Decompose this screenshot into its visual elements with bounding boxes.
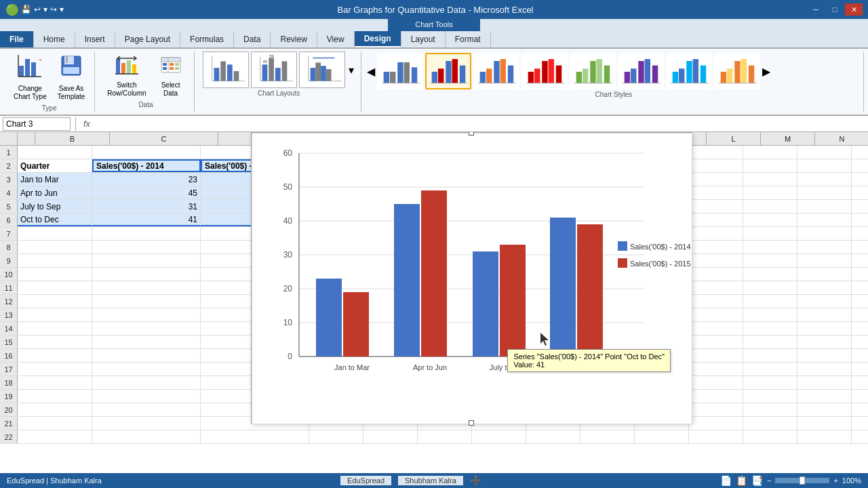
cell[interactable] — [92, 146, 201, 159]
cell[interactable] — [18, 295, 92, 308]
chart-container[interactable]: 60 50 40 30 20 10 0 Jan to Mar Apr — [251, 132, 692, 424]
sheet-tab-eduspread[interactable]: EduSpread — [340, 476, 391, 485]
close-btn[interactable]: ✕ — [845, 3, 863, 16]
cell[interactable] — [689, 349, 743, 362]
cell[interactable] — [92, 390, 201, 403]
formula-input[interactable] — [96, 117, 865, 131]
cell[interactable] — [743, 268, 797, 281]
cell-b2[interactable]: Quarter — [18, 159, 92, 172]
change-chart-type-btn[interactable]: ↔ ChangeChart Type — [9, 52, 51, 103]
bar-2015-jul[interactable] — [500, 245, 526, 357]
cell-c3[interactable]: 23 — [92, 173, 201, 186]
cell[interactable] — [18, 376, 92, 389]
tab-file[interactable]: File — [0, 31, 34, 47]
cell[interactable] — [743, 146, 797, 159]
redo-quick[interactable]: ↪ — [50, 5, 57, 14]
cell-b4[interactable]: Apr to Jun — [18, 186, 92, 199]
cell-b3[interactable]: Jan to Mar — [18, 173, 92, 186]
cell[interactable] — [689, 336, 743, 348]
cell[interactable] — [743, 322, 797, 335]
bar-2014-jan[interactable] — [316, 279, 342, 357]
cell[interactable] — [797, 403, 852, 416]
cell[interactable] — [18, 336, 92, 348]
cell[interactable] — [309, 430, 363, 443]
cell[interactable] — [743, 403, 797, 416]
tab-design[interactable]: Design — [355, 31, 401, 47]
cell[interactable] — [743, 376, 797, 389]
chart-style-5[interactable] — [570, 53, 616, 89]
minimize-btn[interactable]: ─ — [807, 3, 825, 16]
cell[interactable] — [526, 430, 580, 443]
tab-format[interactable]: Format — [446, 31, 491, 47]
bar-chart[interactable]: 60 50 40 30 20 10 0 Jan to Mar Apr — [252, 133, 692, 424]
cell[interactable] — [18, 390, 92, 403]
cell[interactable] — [743, 336, 797, 348]
cell[interactable] — [689, 186, 743, 199]
cell[interactable] — [689, 254, 743, 267]
cell[interactable] — [689, 241, 743, 253]
bar-2014-jul[interactable] — [473, 251, 498, 357]
col-header-l[interactable]: L — [707, 132, 761, 145]
tab-view[interactable]: View — [317, 31, 355, 47]
undo-quick[interactable]: ↩ — [34, 5, 41, 14]
cell-c4[interactable]: 45 — [92, 186, 201, 199]
cell[interactable] — [689, 173, 743, 186]
chart-layout-3[interactable] — [299, 52, 345, 88]
cell[interactable] — [689, 214, 743, 226]
cell[interactable] — [18, 281, 92, 294]
bar-2015-jan[interactable] — [343, 292, 369, 357]
cell[interactable] — [797, 336, 852, 348]
cell[interactable] — [92, 254, 201, 267]
page-break-btn[interactable]: 📑 — [751, 475, 763, 486]
cell[interactable] — [92, 281, 201, 294]
chart-style-6[interactable] — [618, 53, 664, 89]
chart-style-7[interactable] — [666, 53, 712, 89]
cell[interactable] — [743, 214, 797, 226]
cell[interactable] — [743, 186, 797, 199]
chart-layout-1[interactable] — [203, 52, 249, 88]
cell[interactable] — [18, 363, 92, 375]
cell[interactable] — [743, 363, 797, 375]
col-header-c[interactable]: C — [110, 132, 218, 145]
col-header-row[interactable] — [18, 132, 35, 145]
quick-access[interactable]: 💾 ↩ ▾ ↪ ▾ — [21, 5, 64, 14]
cell[interactable] — [18, 227, 92, 240]
cell[interactable] — [797, 241, 852, 253]
cell[interactable] — [689, 295, 743, 308]
cell[interactable] — [689, 322, 743, 335]
cell[interactable] — [18, 146, 92, 159]
cell[interactable] — [743, 417, 797, 430]
cell[interactable] — [743, 159, 797, 172]
cell[interactable] — [797, 159, 852, 172]
cell[interactable] — [689, 363, 743, 375]
maximize-btn[interactable]: □ — [826, 3, 844, 16]
chart-style-8[interactable] — [714, 53, 760, 89]
zoom-in-btn[interactable]: + — [833, 476, 837, 485]
col-header-m[interactable]: M — [761, 132, 815, 145]
tab-review[interactable]: Review — [271, 31, 317, 47]
tab-insert[interactable]: Insert — [75, 31, 115, 47]
switch-row-col-btn[interactable]: SwitchRow/Column — [103, 52, 150, 100]
cell[interactable] — [92, 430, 201, 443]
cell[interactable] — [635, 430, 689, 443]
bar-2014-apr[interactable] — [394, 204, 420, 357]
cell[interactable] — [201, 430, 309, 443]
sheet-tab-shubham[interactable]: Shubham Kalra — [398, 476, 463, 485]
chart-style-3[interactable] — [473, 53, 519, 89]
cell[interactable] — [797, 376, 852, 389]
chart-style-1[interactable] — [377, 53, 423, 89]
cell[interactable] — [92, 268, 201, 281]
cell[interactable] — [743, 281, 797, 294]
chart-styles-scroll-right[interactable]: ▶ — [762, 65, 770, 78]
chart-style-4[interactable] — [521, 53, 568, 89]
cell[interactable] — [689, 146, 743, 159]
cell[interactable] — [92, 349, 201, 362]
cell[interactable] — [92, 363, 201, 375]
cell[interactable] — [92, 417, 201, 430]
cell[interactable] — [92, 241, 201, 253]
select-data-btn[interactable]: SelectData — [153, 52, 189, 100]
col-header-n[interactable]: N — [815, 132, 868, 145]
chart-layout-2[interactable]: 45 59 — [251, 52, 297, 88]
cell[interactable] — [797, 322, 852, 335]
cell[interactable] — [18, 403, 92, 416]
